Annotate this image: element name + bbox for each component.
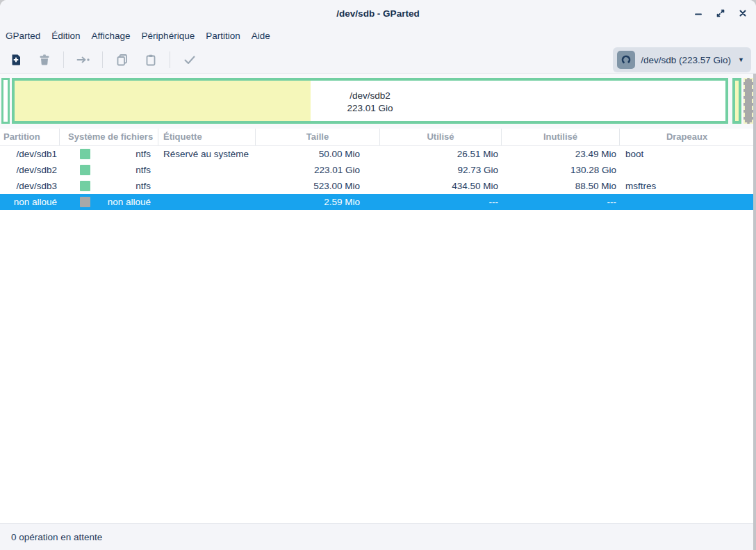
partition-segment-sdb2[interactable]: /dev/sdb2 223.01 Gio [12, 78, 728, 124]
filesystem-name: ntfs [135, 165, 151, 175]
partition-cell: /dev/sdb1 [0, 146, 60, 162]
checkmark-icon [183, 53, 197, 67]
label-cell: Réservé au système [158, 146, 256, 162]
table-row[interactable]: /dev/sdb3 ntfs 523.00 Mio 434.50 Mio 88.… [0, 178, 756, 194]
column-header-label[interactable]: Étiquette [158, 129, 256, 145]
partition-cell: /dev/sdb2 [0, 162, 60, 178]
copy-icon [115, 53, 129, 67]
chevron-down-icon: ▼ [738, 56, 744, 63]
paste-button[interactable] [136, 47, 165, 72]
table-row[interactable]: /dev/sdb2 ntfs 223.01 Gio 92.73 Gio 130.… [0, 162, 756, 178]
flags-cell: msftres [620, 178, 754, 194]
partition-table-header: Partition Système de fichiers Étiquette … [0, 129, 756, 146]
title-bar: /dev/sdb - GParted [0, 0, 756, 26]
arrow-dot-icon [76, 53, 91, 67]
flags-cell: boot [620, 146, 754, 162]
column-header-flags[interactable]: Drapeaux [620, 129, 754, 145]
trash-icon [38, 53, 51, 67]
used-cell: --- [380, 194, 502, 210]
partition-cell: non alloué [0, 194, 60, 210]
disk-visual-bar: /dev/sdb2 223.01 Gio [0, 74, 756, 129]
filesystem-cell: ntfs [60, 162, 158, 178]
table-row[interactable]: /dev/sdb1 ntfs Réservé au système 50.00 … [0, 146, 756, 162]
partition-segment-size: 223.01 Gio [15, 102, 725, 115]
hard-disk-icon [617, 51, 635, 69]
toolbar-separator [170, 51, 170, 68]
gparted-window: /dev/sdb - GParted GParted Édition Affic… [0, 0, 756, 550]
menu-item-affichage[interactable]: Affichage [86, 26, 136, 46]
menu-item-peripherique[interactable]: Périphérique [136, 26, 201, 46]
minimize-button[interactable] [693, 8, 703, 18]
filesystem-cell: non alloué [60, 194, 158, 210]
partition-segment-sdb3[interactable] [732, 78, 741, 124]
status-bar: 0 opération en attente [0, 523, 756, 550]
delete-partition-button[interactable] [30, 47, 58, 72]
minimize-icon [693, 8, 703, 18]
apply-button[interactable] [175, 47, 204, 72]
vertical-scrollbar[interactable] [753, 74, 756, 550]
size-cell: 223.01 Gio [256, 162, 380, 178]
filesystem-name: non alloué [108, 197, 151, 207]
window-title: /dev/sdb - GParted [336, 8, 419, 19]
filesystem-name: ntfs [135, 149, 151, 159]
toolbar-separator [102, 51, 103, 68]
column-header-filesystem[interactable]: Système de fichiers [60, 129, 158, 145]
partition-segment-label: /dev/sdb2 223.01 Gio [15, 90, 725, 115]
resize-move-button[interactable] [69, 47, 97, 72]
menu-item-gparted[interactable]: GParted [0, 26, 46, 46]
clipboard-icon [144, 53, 158, 67]
restore-button[interactable] [716, 8, 725, 18]
size-cell: 2.59 Mio [256, 194, 380, 210]
menu-bar: GParted Édition Affichage Périphérique P… [0, 26, 756, 46]
unused-cell: 130.28 Gio [502, 162, 620, 178]
filesystem-color-swatch [80, 149, 90, 159]
menu-item-aide[interactable]: Aide [246, 26, 276, 46]
filesystem-color-swatch [80, 181, 90, 191]
used-cell: 434.50 Mio [380, 178, 502, 194]
menu-item-partition[interactable]: Partition [200, 26, 246, 46]
restore-icon [716, 8, 725, 18]
filesystem-color-swatch [80, 197, 90, 207]
menu-item-edition[interactable]: Édition [46, 26, 85, 46]
table-row[interactable]: non alloué non alloué 2.59 Mio --- --- [0, 194, 756, 210]
new-partition-button[interactable] [1, 47, 30, 72]
unused-cell: --- [502, 194, 620, 210]
device-selector[interactable]: /dev/sdb (223.57 Gio) ▼ [613, 47, 751, 72]
size-cell: 50.00 Mio [256, 146, 380, 162]
filesystem-name: ntfs [135, 181, 151, 191]
toolbar: /dev/sdb (223.57 Gio) ▼ [0, 46, 756, 74]
unused-cell: 23.49 Mio [502, 146, 620, 162]
partition-segment-sdb1[interactable] [1, 78, 10, 124]
status-text: 0 opération en attente [11, 532, 102, 542]
close-button[interactable] [738, 8, 748, 18]
filesystem-color-swatch [80, 165, 90, 175]
partition-table-body: /dev/sdb1 ntfs Réservé au système 50.00 … [0, 146, 756, 523]
column-header-partition[interactable]: Partition [0, 129, 60, 145]
partition-cell: /dev/sdb3 [0, 178, 60, 194]
filesystem-cell: ntfs [60, 178, 158, 194]
column-header-used[interactable]: Utilisé [380, 129, 502, 145]
device-selector-label: /dev/sdb (223.57 Gio) [641, 55, 731, 65]
partition-segment-device: /dev/sdb2 [15, 90, 725, 102]
copy-button[interactable] [108, 47, 136, 72]
toolbar-separator [63, 51, 64, 68]
close-icon [738, 8, 748, 18]
window-controls [693, 0, 748, 26]
document-plus-icon [9, 53, 23, 67]
used-cell: 92.73 Gio [380, 162, 502, 178]
partition-segment-unallocated[interactable] [743, 78, 753, 124]
size-cell: 523.00 Mio [256, 178, 380, 194]
used-cell: 26.51 Mio [380, 146, 502, 162]
filesystem-cell: ntfs [60, 146, 158, 162]
column-header-size[interactable]: Taille [256, 129, 380, 145]
unused-cell: 88.50 Mio [502, 178, 620, 194]
column-header-unused[interactable]: Inutilisé [502, 129, 620, 145]
